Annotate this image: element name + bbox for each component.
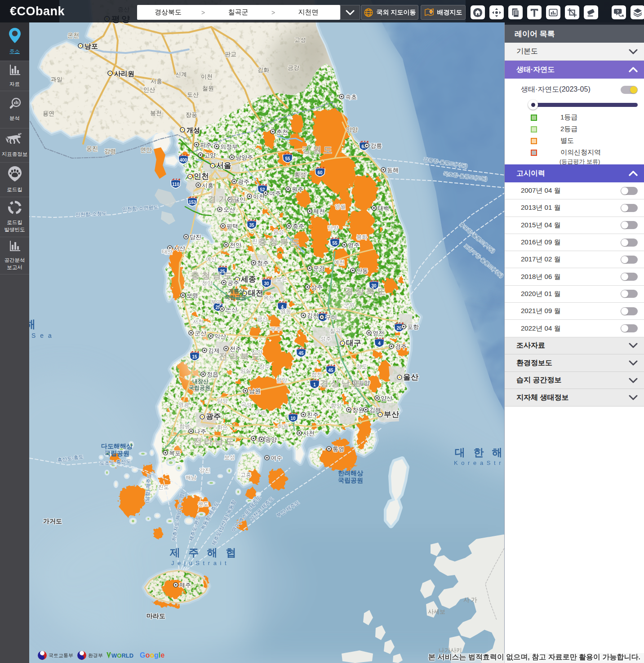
svg-text:청주: 청주 — [257, 260, 269, 266]
svg-text:옹진: 옹진 — [86, 145, 98, 152]
svg-text:군산: 군산 — [195, 330, 206, 336]
svg-text:용연: 용연 — [43, 110, 54, 117]
svg-text:파주: 파주 — [200, 141, 212, 148]
svg-text:서천: 서천 — [193, 318, 204, 325]
svg-text:K o r e a S t r a: K o r e a S t r a — [454, 460, 508, 466]
svg-text:남양주: 남양주 — [235, 154, 253, 161]
svg-text:영월: 영월 — [335, 203, 346, 210]
svg-text:창원: 창원 — [352, 407, 364, 413]
svg-text:광양: 광양 — [265, 436, 277, 443]
svg-text:영광: 영광 — [178, 402, 189, 408]
svg-text:400: 400 — [180, 158, 187, 163]
svg-text:강령: 강령 — [104, 148, 116, 155]
svg-text:110: 110 — [172, 182, 180, 187]
svg-text:속초: 속초 — [345, 93, 357, 100]
svg-text:경기도: 경기도 — [208, 194, 240, 204]
svg-text:김천: 김천 — [307, 312, 319, 319]
svg-text:이천: 이천 — [253, 193, 265, 200]
svg-text:사리원: 사리원 — [114, 70, 134, 77]
svg-text:개성: 개성 — [187, 126, 200, 134]
svg-text:영천: 영천 — [373, 330, 384, 336]
svg-text:제 주 해 협: 제 주 해 협 — [169, 547, 239, 558]
svg-text:국토교통부: 국토교통부 — [49, 653, 73, 658]
svg-text:국립공원: 국립공원 — [104, 450, 129, 457]
svg-text:부산: 부산 — [384, 410, 400, 419]
svg-text:상주: 상주 — [311, 284, 323, 291]
svg-text:고양: 고양 — [204, 152, 216, 159]
svg-text:4: 4 — [378, 341, 381, 346]
svg-text:칠곡: 칠곡 — [330, 328, 341, 334]
svg-text:이천: 이천 — [201, 73, 213, 80]
svg-text:부여: 부여 — [211, 299, 222, 305]
svg-text:광주: 광주 — [238, 178, 249, 185]
svg-text:45: 45 — [328, 368, 333, 373]
svg-text:35: 35 — [249, 223, 254, 228]
svg-text:김화: 김화 — [258, 66, 269, 73]
svg-text:충청북도: 충청북도 — [258, 237, 302, 247]
svg-text:강진: 강진 — [200, 467, 210, 473]
svg-text:장풍: 장풍 — [186, 111, 197, 118]
svg-text:30: 30 — [264, 281, 269, 286]
svg-text:고흥: 고흥 — [240, 472, 251, 478]
svg-text:완도: 완도 — [198, 501, 209, 507]
svg-text:봉화: 봉화 — [356, 234, 367, 240]
svg-text:청도: 청도 — [356, 363, 367, 370]
svg-text:화순: 화순 — [217, 424, 228, 430]
svg-text:곡성: 곡성 — [241, 402, 252, 408]
svg-text:인천: 인천 — [194, 172, 209, 181]
svg-text:보은: 보은 — [276, 276, 287, 282]
svg-text:금산: 금산 — [257, 316, 268, 322]
svg-text:강원도: 강원도 — [302, 145, 334, 155]
svg-text:익산: 익산 — [214, 333, 226, 340]
svg-text:양양: 양양 — [346, 126, 358, 133]
svg-text:사천: 사천 — [303, 430, 315, 437]
svg-text:다도해해상: 다도해해상 — [101, 442, 133, 450]
svg-text:해남: 해남 — [186, 474, 196, 481]
svg-text:오산: 오산 — [223, 206, 235, 213]
svg-text:55: 55 — [285, 156, 290, 161]
svg-text:사세보: 사세보 — [428, 608, 445, 615]
svg-text:10: 10 — [290, 416, 296, 421]
svg-text:논산: 논산 — [226, 306, 237, 313]
svg-text:신계: 신계 — [175, 71, 187, 78]
svg-text:청양: 청양 — [202, 280, 213, 286]
svg-text:포항: 포항 — [407, 323, 419, 330]
svg-text:예산: 예산 — [206, 256, 217, 262]
svg-text:사가: 사가 — [463, 596, 479, 603]
svg-text:장수: 장수 — [259, 363, 270, 370]
svg-text:국립공원: 국립공원 — [225, 294, 246, 301]
svg-text:제주: 제주 — [179, 582, 191, 588]
svg-text:충청남도: 충청남도 — [191, 271, 234, 280]
svg-text:45: 45 — [298, 351, 304, 356]
svg-text:보성: 보성 — [224, 454, 235, 460]
svg-text:경상남도: 경상남도 — [320, 379, 363, 388]
svg-text:통영: 통영 — [333, 446, 344, 452]
svg-text:내장산: 내장산 — [192, 378, 209, 385]
svg-text:태백: 태백 — [378, 205, 389, 212]
svg-text:?: ? — [617, 9, 619, 14]
svg-text:마라도: 마라도 — [147, 612, 165, 619]
svg-text:J e j u S t r a i t: J e j u S t r a i t — [171, 560, 227, 566]
svg-text:음성: 음성 — [273, 229, 284, 235]
svg-text:양산: 양산 — [381, 395, 392, 402]
svg-text:한려해상: 한려해상 — [338, 469, 364, 477]
svg-text:금강: 금강 — [288, 64, 299, 71]
svg-text:천안: 천안 — [230, 242, 241, 248]
svg-text:남포: 남포 — [84, 42, 98, 50]
svg-text:철원: 철원 — [202, 85, 214, 92]
svg-text:전주: 전주 — [230, 345, 241, 352]
svg-text:영동: 영동 — [280, 308, 291, 314]
svg-text:서흥: 서흥 — [151, 78, 162, 84]
svg-text:S e a: S e a — [31, 332, 53, 339]
svg-text:서산: 서산 — [173, 245, 185, 252]
svg-text:당진: 당진 — [190, 234, 201, 240]
svg-text:예천: 예천 — [334, 259, 345, 265]
svg-text:하동: 하동 — [278, 423, 289, 429]
svg-text:충주: 충주 — [293, 223, 304, 230]
svg-text:원주: 원주 — [292, 186, 303, 193]
svg-text:진도: 진도 — [158, 484, 169, 490]
svg-text:나주: 나주 — [195, 428, 206, 435]
svg-text:가거도: 가거도 — [43, 517, 62, 525]
svg-text:15: 15 — [192, 354, 197, 359]
svg-text:WORLD: WORLD — [111, 652, 133, 659]
